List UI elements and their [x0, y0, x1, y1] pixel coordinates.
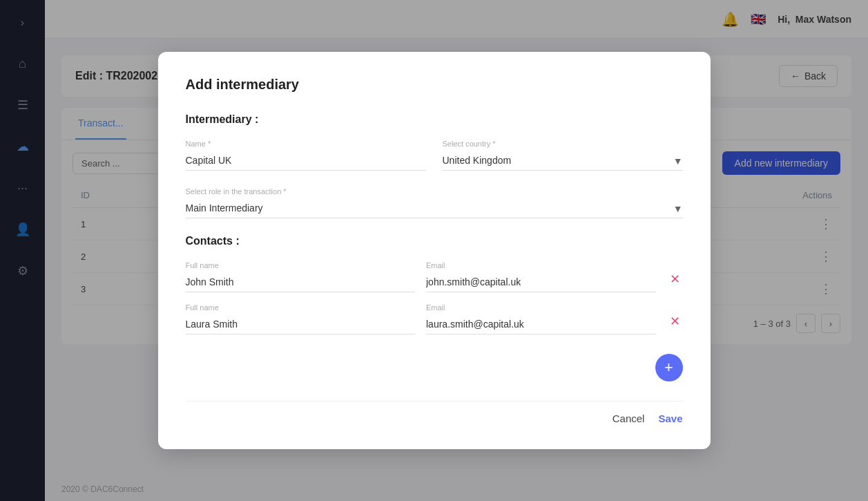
section-intermediary-title: Intermediary : — [186, 113, 683, 126]
add-contact-button[interactable]: + — [655, 354, 683, 381]
section-contacts-title: Contacts : — [186, 235, 683, 247]
modal-title: Add intermediary — [186, 77, 683, 93]
country-select[interactable]: United Kingdom France Germany United Sta… — [443, 151, 683, 171]
name-input[interactable] — [186, 151, 426, 171]
contact-1-email-label: Email — [426, 261, 656, 270]
country-select-wrapper: United Kingdom France Germany United Sta… — [443, 151, 683, 171]
contact-1-name-field: Full name — [186, 261, 416, 292]
contact-2-name-field: Full name — [186, 303, 416, 334]
role-label: Select role in the transaction * — [186, 187, 683, 196]
name-field: Name * — [186, 140, 426, 171]
modal-overlay[interactable]: Add intermediary Intermediary : Name * S… — [0, 0, 868, 501]
contact-1-name-label: Full name — [186, 261, 416, 270]
save-button[interactable]: Save — [658, 413, 682, 424]
cancel-button[interactable]: Cancel — [613, 413, 645, 424]
contact-1-email-field: Email — [426, 261, 656, 292]
country-field: Select country * United Kingdom France G… — [443, 140, 683, 171]
contact-row-1: Full name Email ✕ — [186, 261, 683, 292]
contact-2-name-input[interactable] — [186, 314, 416, 334]
contact-2-email-input[interactable] — [426, 314, 656, 334]
remove-contact-1-button[interactable]: ✕ — [667, 269, 683, 290]
modal-footer: Cancel Save — [186, 401, 683, 424]
add-contact-wrapper: + — [186, 346, 683, 381]
name-label: Name * — [186, 140, 426, 148]
role-row: Select role in the transaction * Main In… — [186, 187, 683, 218]
role-select[interactable]: Main Intermediary Secondary Intermediary… — [186, 198, 683, 218]
name-country-row: Name * Select country * United Kingdom F… — [186, 140, 683, 171]
role-select-wrapper: Main Intermediary Secondary Intermediary… — [186, 198, 683, 218]
contact-row-2: Full name Email ✕ — [186, 303, 683, 334]
contact-2-email-label: Email — [426, 303, 656, 312]
role-field: Select role in the transaction * Main In… — [186, 187, 683, 218]
modal: Add intermediary Intermediary : Name * S… — [158, 52, 711, 449]
contact-2-name-label: Full name — [186, 303, 416, 312]
contact-2-email-field: Email — [426, 303, 656, 334]
remove-contact-2-button[interactable]: ✕ — [667, 311, 683, 332]
contact-1-email-input[interactable] — [426, 272, 656, 292]
contact-1-name-input[interactable] — [186, 272, 416, 292]
country-label: Select country * — [443, 140, 683, 148]
